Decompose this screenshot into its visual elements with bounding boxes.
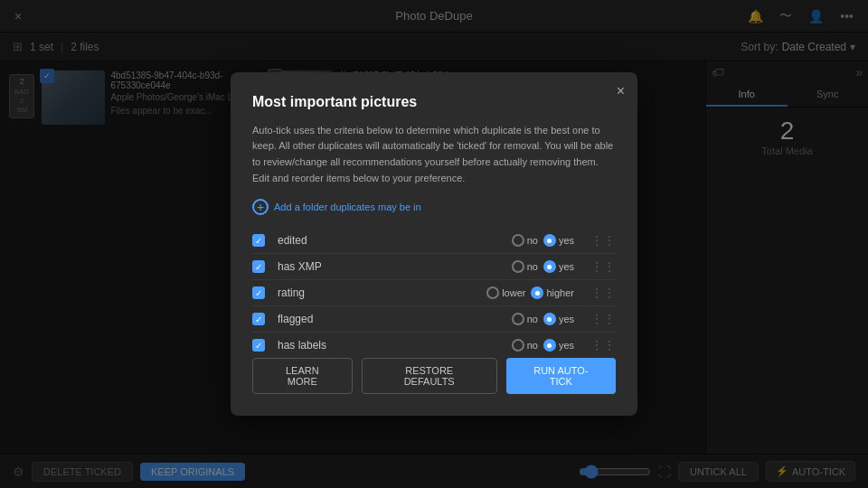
edited-checkbox[interactable] xyxy=(252,234,272,247)
learn-more-button[interactable]: LEARN MORE xyxy=(252,358,353,394)
has-xmp-yes-label: yes xyxy=(559,261,574,272)
circle-plus-icon: + xyxy=(252,199,269,215)
flagged-options: no yes ⋮⋮ xyxy=(512,312,616,326)
has-xmp-checkbox[interactable] xyxy=(252,260,272,273)
edited-no-option[interactable]: no xyxy=(512,234,538,247)
dialog-description: Auto-tick uses the criteria below to det… xyxy=(252,123,616,186)
dialog-title: Most important pictures xyxy=(252,94,616,110)
edited-no-radio[interactable] xyxy=(512,234,524,247)
flagged-label: flagged xyxy=(272,313,512,325)
edited-yes-radio[interactable] xyxy=(543,234,556,247)
has-labels-label: has labels xyxy=(272,339,512,352)
has-xmp-label: has XMP xyxy=(272,260,512,273)
edited-no-label: no xyxy=(527,235,538,246)
edited-yes-option[interactable]: yes xyxy=(543,234,574,247)
criteria-row-flagged: flagged no yes ⋮⋮ xyxy=(252,306,616,333)
criteria-row-has-labels: has labels no yes ⋮⋮ xyxy=(252,333,616,358)
add-folder-button[interactable]: + Add a folder duplicates may be in xyxy=(252,199,616,215)
has-labels-yes-radio[interactable] xyxy=(543,339,556,352)
rating-higher-radio[interactable] xyxy=(531,286,543,299)
rating-drag-handle[interactable]: ⋮⋮ xyxy=(583,286,616,300)
has-labels-options: no yes ⋮⋮ xyxy=(512,338,616,352)
edited-yes-label: yes xyxy=(559,235,574,246)
criteria-row-has-xmp: has XMP no yes ⋮⋮ xyxy=(252,254,616,280)
has-labels-no-label: no xyxy=(527,340,538,351)
edited-options: no yes ⋮⋮ xyxy=(512,233,616,248)
has-xmp-no-radio[interactable] xyxy=(512,260,524,273)
edited-label: edited xyxy=(272,234,512,247)
dialog-buttons: LEARN MORE RESTORE DEFAULTS RUN AUTO-TIC… xyxy=(252,358,616,394)
rating-higher-label: higher xyxy=(546,287,574,298)
rating-lower-radio[interactable] xyxy=(486,286,499,299)
has-labels-no-option[interactable]: no xyxy=(512,339,538,352)
flagged-yes-label: yes xyxy=(559,314,574,324)
flagged-no-radio[interactable] xyxy=(512,313,524,325)
has-xmp-yes-option[interactable]: yes xyxy=(543,260,574,273)
has-xmp-no-option[interactable]: no xyxy=(512,260,538,273)
rating-checkbox[interactable] xyxy=(252,286,272,299)
has-labels-yes-option[interactable]: yes xyxy=(543,339,574,352)
has-labels-checkbox[interactable] xyxy=(252,339,272,352)
has-xmp-no-label: no xyxy=(527,261,538,272)
rating-lower-label: lower xyxy=(502,287,525,298)
has-labels-drag-handle[interactable]: ⋮⋮ xyxy=(583,338,616,352)
criteria-row-edited: edited no yes ⋮⋮ xyxy=(252,228,616,254)
flagged-checkbox[interactable] xyxy=(252,313,272,325)
dialog-close-button[interactable]: × xyxy=(617,83,625,99)
rating-options: lower higher ⋮⋮ xyxy=(486,286,616,300)
has-xmp-drag-handle[interactable]: ⋮⋮ xyxy=(583,259,616,274)
rating-higher-option[interactable]: higher xyxy=(531,286,574,299)
rating-lower-option[interactable]: lower xyxy=(486,286,525,299)
has-labels-no-radio[interactable] xyxy=(512,339,524,352)
has-xmp-yes-radio[interactable] xyxy=(543,260,556,273)
flagged-no-label: no xyxy=(527,314,538,324)
criteria-row-rating: rating lower higher ⋮⋮ xyxy=(252,280,616,306)
rating-label: rating xyxy=(272,286,486,299)
flagged-yes-radio[interactable] xyxy=(543,313,556,325)
flagged-yes-option[interactable]: yes xyxy=(543,313,574,325)
flagged-no-option[interactable]: no xyxy=(512,313,538,325)
edited-radio-group: no yes xyxy=(512,234,574,247)
flagged-drag-handle[interactable]: ⋮⋮ xyxy=(583,312,616,326)
modal-overlay: × Most important pictures Auto-tick uses… xyxy=(0,0,868,488)
add-folder-label: Add a folder duplicates may be in xyxy=(274,202,421,212)
restore-defaults-button[interactable]: RESTORE DEFAULTS xyxy=(362,358,497,394)
run-auto-tick-button[interactable]: RUN AUTO-TICK xyxy=(506,358,616,394)
has-xmp-options: no yes ⋮⋮ xyxy=(512,259,616,274)
rating-radio-group: lower higher xyxy=(486,286,574,299)
has-labels-radio-group: no yes xyxy=(512,339,574,352)
has-xmp-radio-group: no yes xyxy=(512,260,574,273)
edited-drag-handle[interactable]: ⋮⋮ xyxy=(583,233,616,248)
has-labels-yes-label: yes xyxy=(559,340,574,351)
flagged-radio-group: no yes xyxy=(512,313,574,325)
dialog: × Most important pictures Auto-tick uses… xyxy=(231,72,637,416)
criteria-list: edited no yes ⋮⋮ xyxy=(252,228,616,358)
